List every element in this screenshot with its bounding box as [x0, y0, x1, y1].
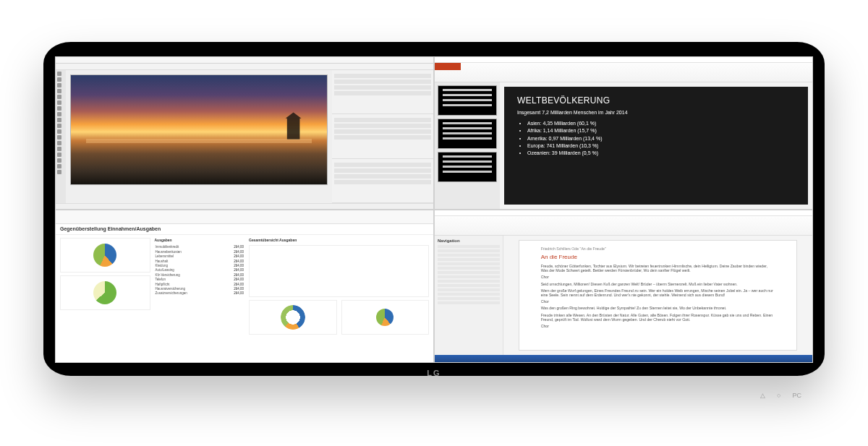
ausgaben-table[interactable]: Immobilienkredit264,00Hausnebenkosten264… [155, 245, 245, 295]
bullet: Amerika: 0,97 Milliarden (13,4 %) [527, 136, 795, 142]
paragraph: Freude trinken alle Wesen. An den Brüste… [541, 313, 775, 322]
navigation-pane[interactable]: Navigation [435, 236, 503, 355]
col3-title: Gesamtübersicht Ausgaben [249, 238, 429, 242]
monitor-button[interactable]: PC [792, 392, 801, 399]
tool-icon[interactable] [57, 83, 61, 87]
col-einnahmen [60, 238, 150, 359]
photo-sunset-city[interactable] [70, 74, 328, 185]
tool-icon[interactable] [57, 153, 61, 157]
pane-word: Navigation Friedrich Schillers Ode "An d… [434, 210, 813, 363]
tool-icon[interactable] [57, 124, 61, 128]
menubar[interactable] [56, 57, 433, 64]
doc-title: An die Freude [541, 254, 775, 261]
tool-icon[interactable] [57, 100, 61, 105]
tool-icon[interactable] [57, 129, 61, 134]
tool-icon[interactable] [57, 135, 61, 140]
toolbox[interactable] [56, 70, 66, 203]
paragraph: Freude, schöner Götterfunken, Tochter au… [541, 264, 775, 273]
pane-powerpoint: WELTBEVÖLKERUNG Insgesamt 7,2 Milliarden… [434, 56, 813, 210]
tool-icon[interactable] [57, 158, 61, 163]
paragraph: Wem der große Wurf gelungen, Eines Freun… [541, 288, 775, 297]
tool-icon[interactable] [57, 147, 61, 151]
paragraph: Chor [541, 275, 775, 279]
bullet: Ozeanien: 39 Milliarden (0,5 %) [527, 150, 795, 156]
col-ausgaben-table: Ausgaben Immobilienkredit264,00Hausneben… [155, 238, 245, 359]
col-gesamt: Gesamtübersicht Ausgaben [249, 238, 429, 359]
slide-canvas[interactable]: WELTBEVÖLKERUNG Insgesamt 7,2 Milliarden… [504, 87, 808, 205]
right-panels[interactable] [332, 70, 433, 203]
doc-kicker: Friedrich Schillers Ode "An die Freude" [541, 246, 775, 251]
tool-icon[interactable] [57, 170, 61, 174]
bullet: Afrika: 1,14 Milliarden (15,7 %) [527, 128, 795, 134]
tool-icon[interactable] [57, 72, 61, 76]
ribbon[interactable] [56, 210, 433, 224]
nav-title: Navigation [438, 239, 500, 244]
tool-icon[interactable] [57, 141, 61, 145]
slide-title: WELTBEVÖLKERUNG [517, 95, 795, 106]
titlebar [435, 210, 812, 216]
options-bar[interactable] [56, 64, 433, 70]
pane-excel: Gegenüberstellung Einnahmen/Ausgaben Aus… [55, 210, 434, 363]
paragraph: Was den großen Ring bewohnet. Huldige de… [541, 306, 775, 310]
paragraph: Seid umschlungen, Millionen! Diesen Kuß … [541, 282, 775, 286]
slide-subtitle: Insgesamt 7,2 Milliarden Menschen im Jah… [517, 110, 795, 116]
paragraph: Chor [541, 299, 775, 304]
monitor-button[interactable]: △ [760, 392, 765, 399]
canvas-area [66, 70, 332, 203]
bullet: Asien: 4,35 Milliarden (60,1 %) [527, 121, 795, 126]
monitor-buttons[interactable]: △○PC [760, 392, 801, 399]
pane-image-editor [55, 56, 434, 210]
tool-icon[interactable] [57, 106, 61, 111]
slide-thumb[interactable] [438, 119, 497, 149]
slide-bullets: Asien: 4,35 Milliarden (60,1 %)Afrika: 1… [517, 121, 795, 157]
tool-icon[interactable] [57, 118, 61, 122]
ribbon[interactable] [435, 216, 812, 236]
titlebar [435, 57, 812, 63]
slide-thumb[interactable] [438, 85, 497, 116]
col2-title: Ausgaben [155, 238, 245, 242]
status-bar [56, 203, 433, 209]
ribbon[interactable] [435, 63, 812, 82]
sheet-title: Gegenüberstellung Einnahmen/Ausgaben [56, 224, 433, 235]
tool-icon[interactable] [57, 112, 61, 116]
chart-bar-ausgaben[interactable] [249, 245, 429, 297]
tool-icon[interactable] [57, 164, 61, 168]
slide-thumbnails[interactable] [435, 82, 500, 209]
monitor-screen: WELTBEVÖLKERUNG Insgesamt 7,2 Milliarden… [55, 56, 813, 363]
bullet: Europa: 741 Milliarden (10,3 %) [527, 143, 795, 149]
windows-taskbar[interactable] [435, 355, 812, 362]
brand-logo: LG [427, 369, 441, 377]
chart-pie-einnahmen[interactable] [60, 238, 150, 273]
monitor-button[interactable]: ○ [777, 392, 780, 399]
paragraph: Chor [541, 324, 775, 328]
tool-icon[interactable] [57, 89, 61, 93]
chart-pie-ueberschuss[interactable] [60, 275, 150, 310]
product-photo: WELTBEVÖLKERUNG Insgesamt 7,2 Milliarden… [0, 0, 868, 446]
tool-icon[interactable] [57, 77, 61, 82]
chart-mini[interactable] [341, 300, 430, 335]
chart-donut[interactable] [249, 300, 337, 335]
slide-thumb[interactable] [438, 152, 497, 182]
document-page[interactable]: Friedrich Schillers Ode "An die Freude" … [519, 240, 798, 351]
tool-icon[interactable] [57, 95, 61, 99]
page-area: Friedrich Schillers Ode "An die Freude" … [503, 236, 812, 355]
